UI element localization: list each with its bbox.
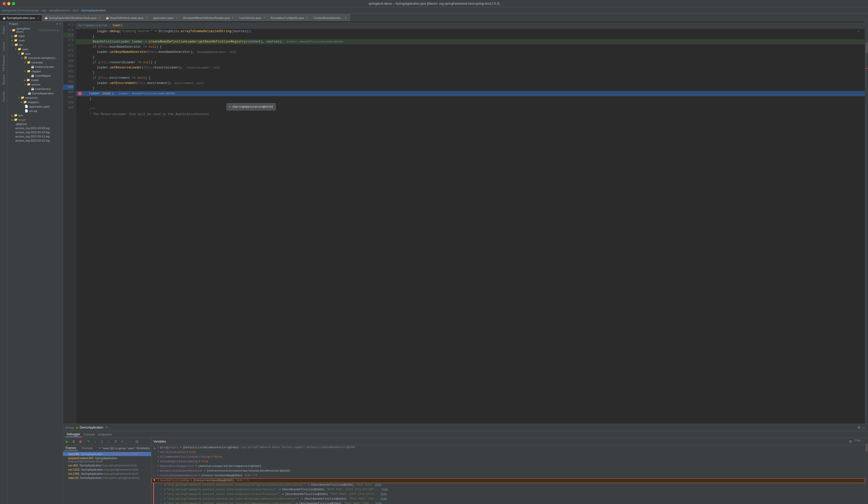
tab-userservice[interactable]: UserService.java ✕: [237, 14, 268, 21]
code-scrollbar[interactable]: [865, 21, 868, 424]
bc-springframework[interactable]: springframework: [49, 9, 70, 12]
sidebar-item-mapper[interactable]: ▼ 📁 mapper: [7, 69, 63, 73]
var-scrollbar[interactable]: [865, 438, 868, 504]
tree-root[interactable]: ▼ 📁 springboot-demo ~/Documents/prog...: [7, 27, 63, 34]
sidebar-item-userservice[interactable]: ☕ UserService: [7, 87, 63, 91]
view-link-2[interactable]: View: [382, 488, 388, 491]
close-button[interactable]: [3, 2, 6, 5]
maximize-button[interactable]: [12, 2, 15, 5]
pause-button[interactable]: ⏸: [71, 439, 76, 444]
tab-close4-icon[interactable]: ✕: [176, 16, 178, 19]
sidebar-item-main[interactable]: ▼ 📁 main: [7, 47, 63, 51]
sql-file-icon: 📄: [25, 109, 28, 113]
frame-item-2[interactable]: run:302, SpringApplication (org.springfr…: [63, 463, 151, 468]
endpoints-tab[interactable]: Endpoints: [96, 432, 113, 437]
sidebar-item-idea[interactable]: ▶ 📁 .idea: [7, 34, 63, 38]
tab-close-icon[interactable]: ✕: [37, 17, 39, 19]
var-scroll-thumb[interactable]: [866, 444, 868, 451]
code-line-676: if (this.beanNameGenerator != null) {: [76, 44, 865, 50]
debug-settings-icon[interactable]: ⚙: [857, 426, 861, 430]
tab-springapplication[interactable]: ☕ SpringApplication.java ✕: [0, 14, 42, 21]
tab-annotationconfig[interactable]: AnnotationConfigUtils.java ✕: [268, 14, 311, 21]
sidebar-item-test[interactable]: ▶ 📁 test: [7, 113, 63, 117]
tab-beandefinitionloader[interactable]: ☕ BeanDefinitionLoader.java ✕: [103, 14, 150, 21]
sidebar-item-target[interactable]: ▶ 📁 target: [7, 117, 63, 122]
sidebar-item-resources[interactable]: ▼ 📁 resources: [7, 95, 63, 100]
sidebar-item-log1[interactable]: access_log.2022-03-06.log: [7, 126, 63, 130]
frames-more-btn[interactable]: ⋯: [127, 439, 133, 444]
sidebar-item-log2[interactable]: access_log.2022-03-10.log: [7, 130, 63, 134]
tab-shutdownhook[interactable]: ☕ SpringApplicationShutdownHook.java ✕: [42, 14, 103, 21]
debug-close-icon[interactable]: ✕: [105, 426, 108, 429]
debugger-tab[interactable]: Debugger: [65, 432, 82, 437]
step-over-button[interactable]: ↷: [86, 439, 91, 444]
stop-button[interactable]: ⏹: [78, 439, 83, 444]
tab-close3-icon[interactable]: ✕: [146, 16, 148, 19]
gitignore-label: .gitignore: [15, 122, 27, 125]
sidebar-item-log4[interactable]: access_log.2022-03-22.log: [7, 138, 63, 143]
bc-boot[interactable]: boot: [73, 9, 78, 12]
sidebar-item-controller[interactable]: ▼ 📁 controller: [7, 60, 63, 65]
mapper-label: mapper: [31, 70, 41, 73]
sidebar-item-com[interactable]: ▼ 📦 com.jessin.springboot.c...: [7, 56, 63, 60]
view-link-3[interactable]: View: [380, 493, 386, 495]
view-link-1[interactable]: View: [375, 483, 381, 486]
target-label: target: [18, 118, 26, 121]
threads-tab[interactable]: Threads: [80, 446, 94, 451]
sidebar-item-model[interactable]: ▶ 📁 model: [7, 78, 63, 82]
tab-close5-icon[interactable]: ✕: [232, 16, 234, 19]
favorites-btn[interactable]: Favorites: [1, 89, 7, 104]
tab-close2-icon[interactable]: ✕: [98, 16, 100, 19]
sidebar-item-service[interactable]: ▼ 📁 service: [7, 82, 63, 87]
resume-button[interactable]: ▶: [64, 439, 70, 444]
tab-yaml[interactable]: application.yaml ✕: [151, 14, 180, 21]
tab-close7-icon[interactable]: ✕: [306, 16, 308, 19]
tab-annotated[interactable]: AnnotatedBeanDefinitionReader.java ✕: [180, 14, 237, 21]
structure-btn[interactable]: Structure: [1, 72, 7, 88]
force-step-into-button[interactable]: ⤓: [99, 439, 105, 444]
src-folder-icon: 📁: [14, 43, 18, 46]
pull-requests-btn[interactable]: Pull Requests: [1, 55, 7, 71]
bc-org[interactable]: org: [42, 9, 46, 12]
frame-item-3[interactable]: run:1312, SpringApplication (org.springf…: [63, 468, 151, 472]
debug-minimize-icon[interactable]: —: [862, 426, 866, 430]
sidebar-item-mappers[interactable]: ▶ 📁 mappers: [7, 100, 63, 104]
frame-item-5[interactable]: main:10, DemoApplication (com.jessin.spr…: [63, 476, 151, 480]
main-label: main: [22, 48, 28, 51]
titlebar: springboot-demo – SpringApplication.java…: [0, 0, 868, 7]
minimize-button[interactable]: [7, 2, 10, 5]
frame-item-4[interactable]: run:1301, SpringApplication (org.springf…: [63, 472, 151, 476]
scroll-thumb[interactable]: [866, 43, 868, 53]
console-tab[interactable]: Console: [82, 432, 96, 437]
sidebar-item-gitignore[interactable]: .gitignore: [7, 122, 63, 126]
project-panel-btn[interactable]: Project: [1, 22, 7, 38]
sidebar-item-helloctrl[interactable]: ☕ HelloController: [7, 65, 63, 69]
var-settings-icon[interactable]: ⚙: [848, 439, 854, 444]
run-to-cursor-button[interactable]: ↺: [113, 439, 118, 444]
sidebar-item-demoapplication[interactable]: ☕ DemoApplication: [7, 91, 63, 95]
view-link-4[interactable]: View: [381, 497, 387, 500]
frame-item-0[interactable]: load:685, SpringApplication (org.springf…: [63, 452, 151, 456]
bc-class[interactable]: SpringApplication: [81, 9, 106, 12]
frames-filter-btn[interactable]: ⊟: [134, 439, 140, 444]
breakpoint-685[interactable]: [78, 92, 82, 95]
sidebar-item-log3[interactable]: access_log.2022-03-11.log: [7, 134, 63, 138]
frames-tab[interactable]: Frames: [64, 446, 78, 451]
commit-panel-btn[interactable]: Commit: [1, 39, 7, 54]
sidebar-item-src[interactable]: ▼ 📁 src: [7, 43, 63, 47]
sidebar-item-initsql[interactable]: 📄 init.sql: [7, 109, 63, 113]
step-out-button[interactable]: ↑: [106, 439, 112, 444]
sidebar-item-appyaml[interactable]: 📄 application.yaml: [7, 104, 63, 109]
tab-contextannotation[interactable]: ContextAnnotationAu... ✕: [311, 14, 350, 21]
sidebar-item-mvn[interactable]: ▶ 📁 .mvn: [7, 38, 63, 43]
evaluate-button[interactable]: ≡: [119, 439, 125, 444]
tab-close6-icon[interactable]: ✕: [263, 16, 265, 19]
tab-close8-icon[interactable]: ✕: [345, 16, 347, 19]
bc-jar[interactable]: spring-boot-2.6.4-sources.jar: [2, 9, 39, 12]
sidebar-item-java[interactable]: ▼ 📁 java: [7, 51, 63, 56]
frame-item-1[interactable]: prepareContext:407, SpringApplication (o…: [63, 456, 151, 463]
sidebar-item-usermapper[interactable]: ☕ UserMapper: [7, 73, 63, 78]
step-into-button[interactable]: ↓: [92, 439, 98, 444]
view-link-5[interactable]: View: [375, 502, 382, 504]
code-content[interactable]: SpringApplication › load() logger.debug(…: [76, 21, 865, 424]
